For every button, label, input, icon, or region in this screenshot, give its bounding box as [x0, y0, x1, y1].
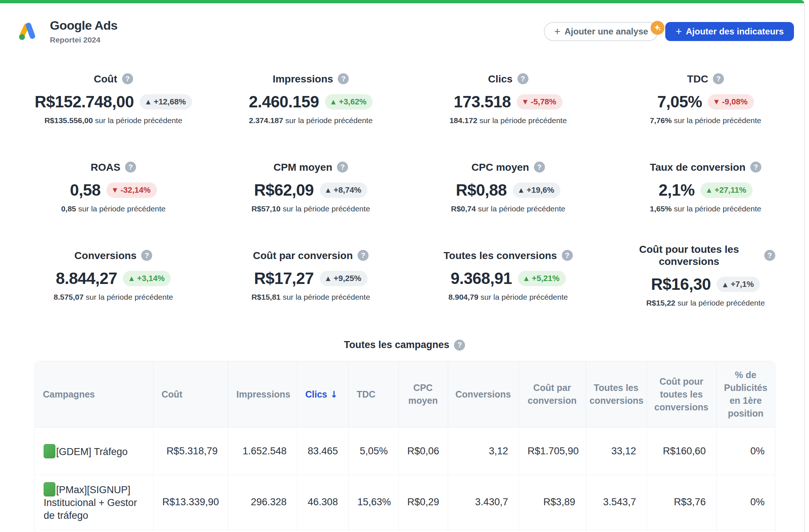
column-header[interactable]: Clics↓	[297, 361, 348, 428]
help-icon[interactable]: ?	[517, 73, 528, 84]
kpi-previous-period: 0,85 sur la période précédente	[61, 204, 166, 213]
help-icon[interactable]: ?	[713, 73, 724, 84]
kpi-previous-period: R$135.556,00 sur la période précédente	[44, 116, 182, 125]
metric-cell: R$13.339,90	[153, 475, 228, 530]
google-ads-report-card: Google Ads Reportei 2024 + Ajouter une a…	[0, 0, 805, 532]
kpi-label: Toutes les conversions	[444, 250, 557, 262]
kpi-delta-badge: ▼ -5,78%	[517, 94, 563, 110]
page-subtitle: Reportei 2024	[50, 36, 118, 44]
trend-arrow-icon: ▲	[146, 98, 150, 105]
trend-arrow-icon: ▼	[523, 98, 527, 105]
kpi-delta-badge: ▲ +12,68%	[140, 94, 192, 110]
metric-cell: 296.328	[228, 475, 297, 530]
trend-arrow-icon: ▲	[326, 275, 330, 282]
help-icon[interactable]: ?	[534, 162, 545, 173]
metric-cell: 3.430,7	[448, 475, 519, 530]
kpi-label: Clics	[488, 73, 513, 85]
trend-arrow-icon: ▼	[113, 186, 117, 193]
metric-cell: 1.652.548	[228, 428, 297, 475]
kpi-previous-period: 8.575,07 sur la période précédente	[54, 293, 173, 302]
column-header[interactable]: % de Publicités en 1ère position	[716, 361, 775, 428]
kpi-card: Clics ? 173.518 ▼ -5,78% 184.172 sur la …	[410, 55, 607, 143]
metric-cell	[586, 530, 647, 532]
campaign-row	[35, 530, 775, 532]
column-header[interactable]: Impressions	[228, 361, 297, 428]
campaign-color-swatch-icon	[44, 482, 55, 496]
column-header[interactable]: Coût par conversion	[519, 361, 586, 428]
kpi-card: TDC ? 7,05% ▼ -9,08% 7,76% sur la périod…	[607, 55, 804, 143]
help-icon[interactable]: ?	[125, 162, 136, 173]
column-header[interactable]: Conversions	[448, 361, 519, 428]
kpi-delta-badge: ▲ +19,6%	[513, 182, 561, 198]
column-header[interactable]: TDC	[348, 361, 398, 428]
metric-cell	[716, 530, 775, 532]
metric-cell	[228, 530, 297, 532]
campaigns-section-title: Toutes les campagnes ?	[15, 339, 794, 351]
help-icon[interactable]: ?	[337, 162, 348, 173]
help-icon[interactable]: ?	[358, 250, 369, 261]
column-header[interactable]: Campagnes	[35, 361, 153, 428]
kpi-value: R$0,88	[456, 181, 507, 199]
trend-arrow-icon: ▲	[524, 275, 528, 282]
kpi-value: 8.844,27	[56, 269, 117, 288]
help-icon[interactable]: ?	[141, 250, 152, 261]
trend-arrow-icon: ▲	[326, 186, 330, 193]
help-icon[interactable]: ?	[562, 250, 573, 261]
kpi-previous-period: 184.172 sur la période précédente	[450, 116, 567, 125]
trend-arrow-icon: ▼	[714, 98, 718, 105]
campaign-name-cell: [GDEM] Tráfego	[35, 428, 153, 475]
help-icon[interactable]: ?	[454, 340, 465, 351]
kpi-previous-period: 1,65% sur la période précédente	[650, 204, 761, 213]
metric-cell: R$0,06	[398, 428, 448, 475]
kpi-card: Impressions ? 2.460.159 ▲ +3,62% 2.374.1…	[212, 55, 409, 143]
metric-cell: R$0,29	[398, 475, 448, 530]
add-indicators-button[interactable]: + Ajouter des indicateurs	[665, 22, 794, 41]
kpi-value: R$152.748,00	[35, 93, 134, 111]
report-header: Google Ads Reportei 2024 + Ajouter une a…	[15, 18, 804, 44]
metric-cell: R$3,89	[519, 475, 586, 530]
metric-cell: 5,05%	[348, 428, 398, 475]
metric-cell: R$5.318,79	[153, 428, 228, 475]
help-icon[interactable]: ?	[764, 250, 775, 261]
kpi-value: R$16,30	[651, 275, 711, 293]
column-header[interactable]: CPC moyen	[398, 361, 448, 428]
kpi-label: Taux de conversion	[650, 161, 746, 173]
kpi-card: Coût pour toutes les conversions ? R$16,…	[607, 231, 804, 319]
metric-cell	[153, 530, 228, 532]
kpi-delta-badge: ▼ -32,14%	[106, 182, 157, 198]
kpi-value: R$62,09	[254, 181, 314, 199]
kpi-delta-badge: ▲ +3,14%	[123, 271, 171, 286]
kpi-previous-period: R$57,10 sur la période précédente	[252, 204, 370, 213]
column-header[interactable]: Coût pour toutes les conversions	[647, 361, 716, 428]
kpi-card: ROAS ? 0,58 ▼ -32,14% 0,85 sur la périod…	[15, 143, 212, 231]
kpi-label: CPC moyen	[472, 161, 529, 173]
kpi-label: Coût pour toutes les conversions	[636, 243, 742, 267]
metric-cell: 0%	[716, 428, 775, 475]
metric-cell: R$1.705,90	[519, 428, 586, 475]
kpi-label: Impressions	[272, 73, 333, 85]
premium-star-icon	[651, 21, 665, 35]
kpi-card: Taux de conversion ? 2,1% ▲ +27,11% 1,65…	[607, 143, 804, 231]
kpi-label: Coût par conversion	[253, 250, 353, 262]
metric-cell: 3,12	[448, 428, 519, 475]
help-icon[interactable]: ?	[750, 162, 761, 173]
trend-arrow-icon: ▲	[331, 98, 336, 105]
trend-arrow-icon: ▲	[519, 186, 523, 193]
kpi-value: 9.368,91	[451, 269, 512, 288]
kpi-card: CPM moyen ? R$62,09 ▲ +8,74% R$57,10 sur…	[212, 143, 409, 231]
kpi-label: Conversions	[74, 250, 137, 262]
kpi-value: 2.460.159	[249, 93, 319, 111]
kpi-delta-badge: ▲ +5,21%	[518, 271, 566, 286]
help-icon[interactable]: ?	[338, 73, 349, 84]
metric-cell	[647, 530, 716, 532]
plus-icon: +	[676, 26, 682, 38]
kpi-value: 0,58	[70, 181, 101, 199]
column-header[interactable]: Coût	[153, 361, 228, 428]
metric-cell: 15,63%	[348, 475, 398, 530]
kpi-card: Toutes les conversions ? 9.368,91 ▲ +5,2…	[410, 231, 607, 319]
add-analysis-button[interactable]: + Ajouter une analyse	[544, 22, 658, 41]
metric-cell: 83.465	[297, 428, 348, 475]
kpi-previous-period: 8.904,79 sur la période précédente	[449, 293, 568, 302]
help-icon[interactable]: ?	[122, 73, 133, 84]
column-header[interactable]: Toutes les conversions	[586, 361, 647, 428]
